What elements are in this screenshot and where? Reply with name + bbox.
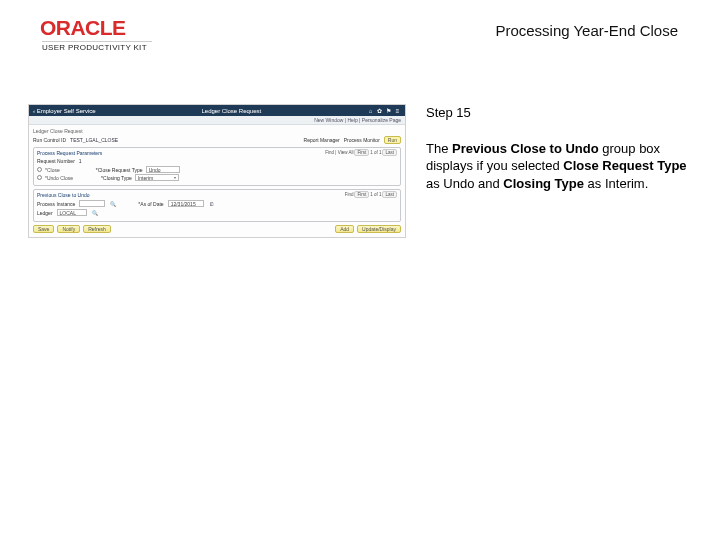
group2-find: Find [345, 192, 354, 197]
close-req-type-field[interactable]: Undo [146, 166, 180, 173]
closing-type-select[interactable]: Interim ▾ [135, 174, 179, 181]
group2-range: 1 of 1 [370, 192, 381, 197]
shot-topbar-icons: ⌂ ✿ ⚑ ≡ [367, 107, 401, 114]
opt-undo-label: *Undo Close [45, 175, 73, 181]
desc-text: as Interim. [584, 176, 648, 191]
group1-first: First [354, 149, 369, 156]
request-no-value: 1 [79, 158, 82, 164]
shot-subbar: New Window | Help | Personalize Page [29, 116, 405, 125]
product-name: USER PRODUCTIVITY KIT [42, 44, 152, 52]
proc-instance-label: Process Instance [37, 201, 75, 207]
as-of-label: *As of Date [138, 201, 163, 207]
shot-title: Ledger Close Request [201, 108, 261, 114]
chevron-down-icon: ▾ [174, 175, 176, 180]
close-req-type-label: *Close Request Type [96, 167, 143, 173]
group2-last: Last [382, 191, 397, 198]
closing-type-label: *Closing Type [101, 175, 132, 181]
radio-undo[interactable] [37, 175, 42, 180]
brand-wordmark: ORACLE [40, 18, 126, 38]
shot-tabs: Ledger Close Request [33, 128, 401, 134]
notify-button[interactable]: Notify [57, 225, 80, 233]
shot-subbar-links: New Window | Help | Personalize Page [314, 117, 401, 123]
flag-icon: ⚑ [385, 107, 392, 114]
group-previous-close-to-undo: Previous Close to Undo Find First 1 of 1… [33, 189, 401, 222]
desc-bold: Previous Close to Undo [452, 141, 599, 156]
group1-nav: Find | View All First 1 of 1 Last [325, 149, 397, 156]
update-display-button[interactable]: Update/Display [357, 225, 401, 233]
request-no-label: Request Number [37, 158, 75, 164]
group1-range: 1 of 1 [370, 150, 381, 155]
group2-first: First [354, 191, 369, 198]
closing-type-value: Interim [138, 175, 153, 181]
run-ctl-value: TEST_LGAL_CLOSE [70, 137, 118, 143]
proc-instance-field[interactable] [79, 200, 105, 207]
save-button[interactable]: Save [33, 225, 54, 233]
add-button[interactable]: Add [335, 225, 354, 233]
as-of-field[interactable]: 12/31/2015 [168, 200, 204, 207]
group2-nav: Find First 1 of 1 Last [345, 191, 397, 198]
group1-last: Last [382, 149, 397, 156]
run-button[interactable]: Run [384, 136, 401, 144]
page-title: Processing Year-End Close [495, 22, 678, 39]
home-icon: ⌂ [367, 107, 374, 114]
ledger-label: Ledger [37, 210, 53, 216]
refresh-button[interactable]: Refresh [83, 225, 111, 233]
desc-bold: Closing Type [503, 176, 584, 191]
group1-find: Find | View All [325, 150, 353, 155]
step-description: The Previous Close to Undo group box dis… [426, 140, 690, 193]
gear-icon: ✿ [376, 107, 383, 114]
menu-icon: ≡ [394, 107, 401, 114]
report-mgr-link: Report Manager [304, 137, 340, 143]
shot-footer: Save Notify Refresh Add Update/Display [33, 225, 401, 233]
step-label: Step 15 [426, 104, 690, 122]
desc-bold: Close Request Type [563, 158, 686, 173]
shot-back-label: ‹ Employer Self Service [33, 108, 96, 114]
opt-close-label: *Close [45, 167, 60, 173]
search-icon[interactable]: 🔍 [110, 201, 116, 207]
brand-logo: ORACLE USER PRODUCTIVITY KIT [42, 18, 152, 52]
desc-text: as Undo and [426, 176, 503, 191]
radio-close[interactable] [37, 167, 42, 172]
calendar-icon[interactable]: 🗓 [209, 201, 214, 207]
proc-mon-link: Process Monitor [344, 137, 380, 143]
shot-topbar: ‹ Employer Self Service Ledger Close Req… [29, 105, 405, 116]
brand-divider [42, 41, 152, 42]
run-ctl-label: Run Control ID [33, 137, 66, 143]
group-process-request-params: Process Request Parameters Find | View A… [33, 147, 401, 186]
group2-title: Previous Close to Undo [37, 192, 397, 198]
search-icon[interactable]: 🔍 [92, 210, 98, 216]
ledger-field[interactable]: LOCAL [57, 209, 87, 216]
desc-text: The [426, 141, 452, 156]
embedded-screenshot: ‹ Employer Self Service Ledger Close Req… [28, 104, 406, 238]
